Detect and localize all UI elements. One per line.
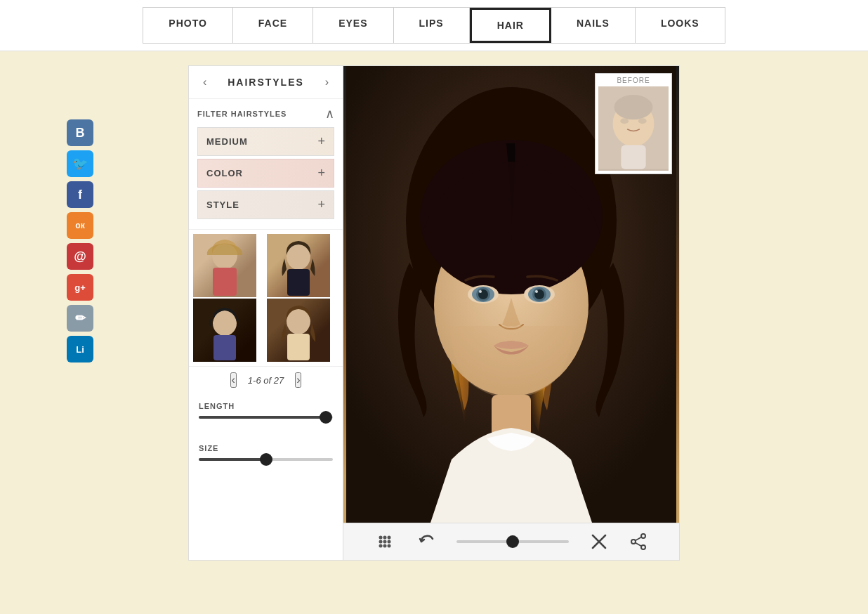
panel-header: ‹ HAIRSTYLES › — [189, 66, 343, 99]
svg-rect-1 — [213, 268, 237, 296]
filter-style-plus[interactable]: + — [317, 197, 325, 212]
svg-point-26 — [620, 118, 629, 124]
hairstyle-thumb-1[interactable] — [193, 234, 256, 297]
hairstyle-thumb-4[interactable] — [267, 299, 330, 362]
svg-rect-3 — [287, 269, 310, 296]
length-slider-track — [199, 416, 333, 419]
social-mail[interactable]: @ — [67, 243, 93, 270]
preview-area: BEFORE — [343, 66, 679, 523]
social-vk[interactable]: В — [67, 119, 93, 146]
svg-point-30 — [383, 536, 387, 540]
hairstyle-thumb-2[interactable] — [267, 234, 330, 297]
filter-section: FILTER HAIRSTYLES ∧ MEDIUM + COLOR + — [189, 99, 343, 230]
nav-tab-group: PHOTO FACE EYES LIPS HAIR NAILS LOOKS — [143, 7, 725, 44]
svg-point-42 — [631, 540, 636, 544]
svg-point-21 — [535, 290, 538, 293]
size-slider-track — [199, 458, 333, 461]
filter-color-plus[interactable]: + — [317, 166, 325, 181]
before-label: BEFORE — [598, 77, 669, 84]
svg-rect-28 — [621, 145, 645, 169]
svg-point-34 — [388, 540, 391, 544]
filter-medium-label: MEDIUM — [206, 136, 248, 147]
close-button[interactable] — [590, 533, 608, 551]
filter-color[interactable]: COLOR + — [197, 159, 334, 188]
tab-face[interactable]: FACE — [233, 8, 313, 43]
page-info: 1-6 of 27 — [248, 375, 284, 386]
social-ok[interactable]: ок — [67, 212, 93, 239]
svg-point-25 — [614, 95, 653, 119]
top-navigation: PHOTO FACE EYES LIPS HAIR NAILS LOOKS — [0, 0, 868, 51]
filter-header: FILTER HAIRSTYLES ∧ — [197, 106, 334, 122]
size-slider-thumb[interactable] — [260, 453, 272, 466]
social-gplus[interactable]: g+ — [67, 274, 93, 301]
tab-hair[interactable]: HAIR — [470, 8, 551, 43]
svg-point-16 — [479, 290, 482, 293]
filter-medium[interactable]: MEDIUM + — [197, 127, 334, 156]
filter-style[interactable]: STYLE + — [197, 190, 334, 219]
svg-point-40 — [641, 534, 645, 538]
filter-toggle-icon[interactable]: ∧ — [325, 106, 334, 122]
undo-button[interactable] — [416, 532, 435, 551]
opacity-slider-track — [456, 540, 569, 543]
svg-line-43 — [636, 537, 642, 541]
social-sidebar: В 🐦 f ок @ g+ ✏ Li — [67, 119, 93, 362]
bottom-toolbar — [343, 523, 679, 560]
share-button[interactable] — [629, 533, 647, 551]
opacity-slider-thumb[interactable] — [506, 535, 519, 548]
svg-point-29 — [379, 536, 383, 540]
tab-lips[interactable]: LIPS — [394, 8, 470, 43]
size-slider-section: SIZE — [189, 436, 343, 478]
filter-color-label: COLOR — [206, 168, 243, 178]
app-container: ‹ HAIRSTYLES › FILTER HAIRSTYLES ∧ MEDIU… — [188, 65, 680, 561]
prev-arrow-button[interactable]: ‹ — [199, 74, 211, 90]
pagination: ‹ 1-6 of 27 › — [189, 366, 343, 393]
tab-eyes[interactable]: EYES — [313, 8, 393, 43]
svg-rect-5 — [213, 335, 236, 360]
filter-medium-plus[interactable]: + — [317, 134, 325, 149]
svg-point-36 — [383, 544, 387, 548]
filter-section-title: FILTER HAIRSTYLES — [197, 110, 287, 118]
main-photo: BEFORE — [343, 66, 679, 523]
prev-page-button[interactable]: ‹ — [230, 372, 237, 388]
svg-point-35 — [379, 544, 383, 548]
svg-point-27 — [638, 118, 647, 124]
tab-looks[interactable]: LOOKS — [636, 8, 725, 43]
tab-photo[interactable]: PHOTO — [143, 8, 233, 43]
hairstyle-thumb-3[interactable] — [193, 299, 256, 362]
next-arrow-button[interactable]: › — [321, 74, 333, 90]
right-panel: BEFORE — [343, 66, 679, 560]
size-label: SIZE — [199, 444, 333, 452]
svg-rect-7 — [287, 334, 310, 360]
length-label: LENGTH — [199, 402, 333, 410]
svg-point-32 — [379, 540, 383, 544]
social-linkedin[interactable]: Li — [67, 336, 93, 362]
social-twitter[interactable]: 🐦 — [67, 150, 93, 177]
next-page-button[interactable]: › — [295, 372, 301, 388]
svg-point-41 — [641, 545, 645, 549]
svg-point-37 — [388, 544, 391, 548]
svg-point-33 — [383, 540, 387, 544]
filter-style-label: STYLE — [206, 200, 239, 210]
length-slider-thumb[interactable] — [320, 411, 332, 424]
svg-line-44 — [636, 543, 642, 547]
panel-title: HAIRSTYLES — [228, 77, 304, 88]
length-slider-section: LENGTH — [189, 393, 343, 436]
social-pencil[interactable]: ✏ — [67, 305, 93, 332]
dots-button[interactable] — [375, 532, 395, 551]
tab-nails[interactable]: NAILS — [551, 8, 636, 43]
hairstyle-grid — [189, 230, 343, 366]
before-preview: BEFORE — [595, 73, 672, 174]
social-facebook[interactable]: f — [67, 181, 93, 208]
left-panel: ‹ HAIRSTYLES › FILTER HAIRSTYLES ∧ MEDIU… — [189, 66, 343, 560]
svg-point-31 — [388, 536, 391, 540]
main-content: ‹ HAIRSTYLES › FILTER HAIRSTYLES ∧ MEDIU… — [0, 51, 868, 575]
before-photo — [598, 86, 669, 171]
